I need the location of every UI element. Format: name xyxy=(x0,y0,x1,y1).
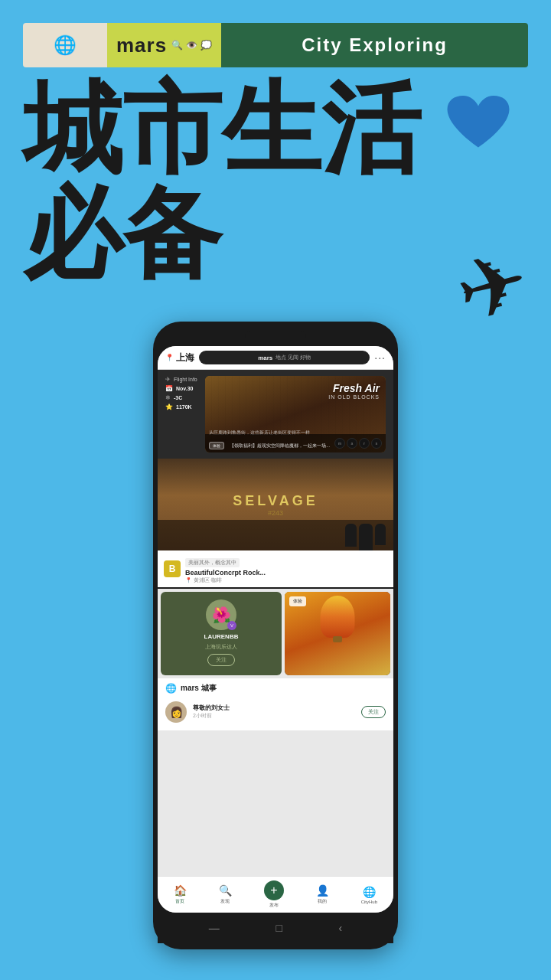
sys-back-button[interactable]: — xyxy=(209,922,220,934)
airplane-icon: ✈ xyxy=(446,230,540,342)
selvage-card[interactable]: SELVAGE #243 B 美丽其外，概念 xyxy=(158,459,393,589)
mars-news-title: mars 城事 xyxy=(181,683,217,694)
selvage-location: 📍 黄浦区·咖啡 xyxy=(185,577,387,584)
phone-nav-logo: mars xyxy=(258,354,272,361)
news-content: 尊敬的刘女士 2小时前 xyxy=(193,704,355,720)
discover-icon: 🔍 xyxy=(219,884,232,897)
selvage-tag: 美丽其外，概念其中 xyxy=(185,558,240,567)
profile-label: 我的 xyxy=(318,898,327,905)
location-text: 上海 xyxy=(176,351,194,364)
more-options[interactable]: ··· xyxy=(374,351,386,364)
top-banner: 🌐 mars 🔍 👁️ 💭 City Exploring xyxy=(23,23,528,67)
hero-image-card[interactable]: Fresh Air IN OLD BLOCKS 从巨鹿路到鲁愚街，这些新店让老街… xyxy=(205,376,386,452)
hero-card-text: 【领取福利】超现实空间降临魔都，一起来一场... xyxy=(230,443,330,448)
phone-nav-bar[interactable]: mars 地点 见闻 好物 xyxy=(199,351,370,364)
user-avatar: 🌺 V xyxy=(206,599,236,630)
home-label: 首页 xyxy=(175,898,184,905)
cityhub-icon: 🌐 xyxy=(363,886,376,898)
banner-texture: 🌐 xyxy=(23,23,107,67)
phone-system-bar: — □ ‹ xyxy=(158,913,393,943)
selvage-number: #243 xyxy=(233,509,318,517)
flight-temp: -3C xyxy=(174,395,182,400)
discover-label: 发现 xyxy=(220,898,230,905)
location-label: 黄浦区·咖啡 xyxy=(194,577,222,584)
hero-text-block: 城市生活 必备 xyxy=(23,77,421,286)
mars-news-header: 🌐 mars 城事 xyxy=(165,683,386,694)
news-follow-button[interactable]: 关注 xyxy=(361,706,386,718)
phone-header: 📍 上海 mars 地点 见闻 好物 ··· xyxy=(158,346,393,370)
fresh-air-title: Fresh Air xyxy=(328,382,380,394)
sys-home-button[interactable]: □ xyxy=(276,922,282,934)
news-person-name: 尊敬的刘女士 xyxy=(193,704,355,712)
avatar-badge: V xyxy=(227,621,236,630)
profile-icon: 👤 xyxy=(316,884,329,897)
hero-tag: 体验 xyxy=(209,442,224,449)
publish-label: 发布 xyxy=(269,902,279,909)
user-name: LAURENBB xyxy=(204,633,239,640)
city-exploring-label: City Exploring xyxy=(302,34,448,56)
selvage-info-row: B 美丽其外，概念其中 BeautifulConcrpt Rock... 📍 黄… xyxy=(158,550,393,587)
phone-nav-items: 地点 见闻 好物 xyxy=(276,354,311,361)
phone-screen: 📍 上海 mars 地点 见闻 好物 ··· ✈ Flight Info 📅 N… xyxy=(158,346,393,913)
selvage-sign: SELVAGE xyxy=(233,493,318,509)
mars-logo: mars xyxy=(116,34,167,57)
selvage-image: SELVAGE #243 xyxy=(158,459,393,550)
score-row: ⭐ 1170K xyxy=(165,403,197,410)
hero-card-desc: 体验 【领取福利】超现实空间降临魔都，一起来一场... xyxy=(205,434,386,452)
flight-date: Nov.30 xyxy=(176,386,193,391)
flight-info-col: ✈ Flight Info 📅 Nov.30 ❄ -3C ⭐ 1170K xyxy=(165,376,197,452)
nav-home[interactable]: 🏠 首页 xyxy=(174,884,187,905)
flight-label: Flight Info xyxy=(174,377,197,382)
two-col-section: 🌺 V LAURENBB 上海玩乐达人 关注 体验 xyxy=(158,592,393,675)
nav-discover[interactable]: 🔍 发现 xyxy=(219,884,232,905)
flight-score: 1170K xyxy=(176,404,192,410)
fresh-air-text: Fresh Air IN OLD BLOCKS xyxy=(328,382,380,400)
publish-plus-button[interactable]: + xyxy=(264,880,284,900)
flight-row: ✈ Flight Info xyxy=(165,376,197,383)
heart-icon xyxy=(444,92,513,155)
cityhub-label: CityHub xyxy=(361,900,377,904)
hero-line1: 城市生活 xyxy=(23,77,421,181)
selvage-info-text: 美丽其外，概念其中 BeautifulConcrpt Rock... 📍 黄浦区… xyxy=(185,554,387,584)
event-card[interactable]: 体验 曾经红遍世界的展览来魔都了，今... 4天后结束 xyxy=(285,592,390,675)
user-subtitle: 上海玩乐达人 xyxy=(205,643,237,651)
nav-profile[interactable]: 👤 我的 xyxy=(316,884,329,905)
mars-globe-icon: 🌐 xyxy=(165,683,177,694)
selvage-title: BeautifulConcrpt Rock... xyxy=(185,569,387,577)
temp-row: ❄ -3C xyxy=(165,394,197,401)
badge-b: B xyxy=(164,560,181,577)
home-icon: 🏠 xyxy=(174,884,187,897)
phone-notch xyxy=(245,331,306,341)
mars-news-section: 🌐 mars 城事 👩 尊敬的刘女士 2小时前 关注 xyxy=(158,678,393,730)
bottom-nav: 🏠 首页 🔍 发现 + 发布 👤 我的 🌐 CityHub xyxy=(158,876,393,913)
hero-line2: 必备 xyxy=(23,181,421,286)
banner-city-section: City Exploring xyxy=(221,23,528,67)
flight-info-card: ✈ Flight Info 📅 Nov.30 ❄ -3C ⭐ 1170K xyxy=(158,370,393,459)
phone-mockup: 📍 上海 mars 地点 见闻 好物 ··· ✈ Flight Info 📅 N… xyxy=(153,322,398,949)
content-area: SELVAGE #243 B 美丽其外，概念 xyxy=(158,459,393,876)
nav-cityhub[interactable]: 🌐 CityHub xyxy=(361,886,377,904)
sys-recent-button[interactable]: ‹ xyxy=(338,922,342,934)
nav-publish[interactable]: + 发布 xyxy=(264,880,284,909)
banner-icon-row: 🔍 👁️ 💭 xyxy=(171,40,212,51)
date-row: 📅 Nov.30 xyxy=(165,385,197,392)
fresh-air-subtitle: IN OLD BLOCKS xyxy=(328,394,380,400)
phone-location: 📍 上海 xyxy=(165,351,194,364)
event-tag: 体验 xyxy=(289,596,306,606)
news-item: 👩 尊敬的刘女士 2小时前 关注 xyxy=(165,698,386,726)
follow-button[interactable]: 关注 xyxy=(207,654,235,666)
user-card[interactable]: 🌺 V LAURENBB 上海玩乐达人 关注 xyxy=(161,592,282,675)
news-avatar: 👩 xyxy=(165,701,187,723)
banner-mars-section: mars 🔍 👁️ 💭 xyxy=(107,23,221,67)
news-time: 2小时前 xyxy=(193,712,355,720)
